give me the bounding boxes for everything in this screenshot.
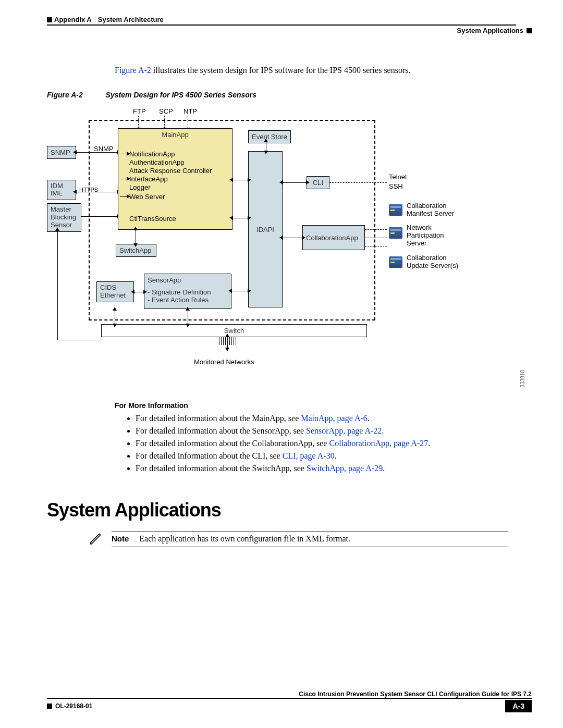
figure-caption: Figure A-2 System Design for IPS 4500 Se… xyxy=(47,91,532,99)
header-square-icon xyxy=(47,17,52,22)
ssh-label: SSH xyxy=(389,182,403,190)
footer-docnum: OL-29168-01 xyxy=(55,702,92,710)
collabapp-link[interactable]: CollaborationApp, page A-27 xyxy=(329,439,428,448)
webserver-label: Web Server xyxy=(129,193,165,201)
note-text: Each application has its own configurati… xyxy=(139,534,350,544)
list-item: For detailed information about the Senso… xyxy=(136,426,532,436)
cli-box: CLI xyxy=(307,176,329,189)
section-heading: System Applications xyxy=(47,499,532,521)
sensorapp-link[interactable]: SensorApp, page A-22 xyxy=(306,426,382,435)
appendix-label: Appendix A xyxy=(54,16,92,23)
scp-label: SCP xyxy=(159,107,173,115)
ear-label: - Event Action Rules xyxy=(148,296,228,304)
server-icon xyxy=(389,227,402,239)
sensorapp-box: SensorApp - Signature Definition - Event… xyxy=(144,274,231,309)
header-square-icon-r xyxy=(527,28,532,33)
footer-book-title: Cisco Intrusion Prevention System Sensor… xyxy=(47,690,532,698)
snmp-box: SNMP xyxy=(47,146,76,159)
server-icon xyxy=(389,256,402,268)
note-block: Note Each application has its own config… xyxy=(89,532,532,547)
idapi-box: IDAPI xyxy=(248,151,283,307)
switch-box: Switch xyxy=(101,324,367,337)
intro-rest: illustrates the system design for IPS so… xyxy=(151,66,411,75)
switchapp-link[interactable]: SwitchApp, page A-29 xyxy=(307,464,383,473)
figure-number: Figure A-2 xyxy=(47,91,83,99)
collaborationapp-box: CollaborationApp xyxy=(302,225,365,250)
telnet-label: Telnet xyxy=(389,173,407,181)
header-rule xyxy=(47,24,516,26)
figure-title: System Design for IPS 4500 Series Sensor… xyxy=(106,91,256,99)
header-section-title: System Applications xyxy=(457,27,523,34)
network-participation-label: Network Participation Server xyxy=(407,224,444,248)
authapp-label: AuthenticationApp xyxy=(129,158,185,166)
cli-link[interactable]: CLI, page A-30 xyxy=(283,451,335,460)
cli-dashed xyxy=(329,182,387,183)
more-info-heading: For More Information xyxy=(115,401,532,410)
list-item: For detailed information about the MainA… xyxy=(136,414,532,423)
master-blocking-box: Master Blocking Sensor xyxy=(47,203,81,232)
notificationapp-label: NotificationApp xyxy=(129,150,175,158)
figure-id: 333818 xyxy=(520,370,525,387)
more-info-list: For detailed information about the MainA… xyxy=(136,414,532,473)
server-icon xyxy=(389,204,402,216)
collab-manifest-label: Collaboration Manifest Server xyxy=(407,202,454,218)
snmp-inner-label: SNMP xyxy=(94,145,114,153)
system-design-diagram: FTP SCP NTP SNMP SNMP IDM IME HTTPS Mast… xyxy=(47,104,516,375)
list-item: For detailed information about the CLI, … xyxy=(136,451,532,461)
ftp-label: FTP xyxy=(133,107,146,115)
note-icon xyxy=(89,532,102,545)
arch-title: System Architecture xyxy=(98,16,164,23)
interfaceapp-label: InterfaceApp xyxy=(129,175,168,183)
cids-ethernet-box: CIDS Ethernet xyxy=(96,281,134,302)
note-label: Note xyxy=(112,534,129,543)
logger-label: Logger xyxy=(129,183,150,191)
page-header: Appendix A System Architecture xyxy=(47,16,532,23)
page-footer: Cisco Intrusion Prevention System Sensor… xyxy=(47,690,532,712)
figure-ref-link[interactable]: Figure A-2 xyxy=(115,66,151,75)
list-item: For detailed information about the Colla… xyxy=(136,439,532,448)
monitored-networks-label: Monitored Networks xyxy=(194,358,254,366)
intro-paragraph: Figure A-2 illustrates the system design… xyxy=(115,66,532,75)
mainapp-link[interactable]: MainApp, page A-6 xyxy=(301,414,368,423)
sensorapp-title: SensorApp xyxy=(148,276,228,284)
arc-label: Attack Response Controller xyxy=(129,167,212,175)
footer-square-icon xyxy=(47,704,52,709)
eventstore-box: Event Store xyxy=(248,130,291,143)
ctltrans-label: CtlTransSource xyxy=(129,215,176,223)
idm-ime-box: IDM IME xyxy=(47,180,76,200)
ntp-label: NTP xyxy=(183,107,197,115)
mainapp-title: MainApp xyxy=(121,131,229,139)
page-number-badge: A-3 xyxy=(505,700,532,712)
sigdef-label: - Signature Definition xyxy=(148,288,228,296)
collab-update-label: Collaboration Update Server(s) xyxy=(407,254,458,270)
list-item: For detailed information about the Switc… xyxy=(136,464,532,473)
